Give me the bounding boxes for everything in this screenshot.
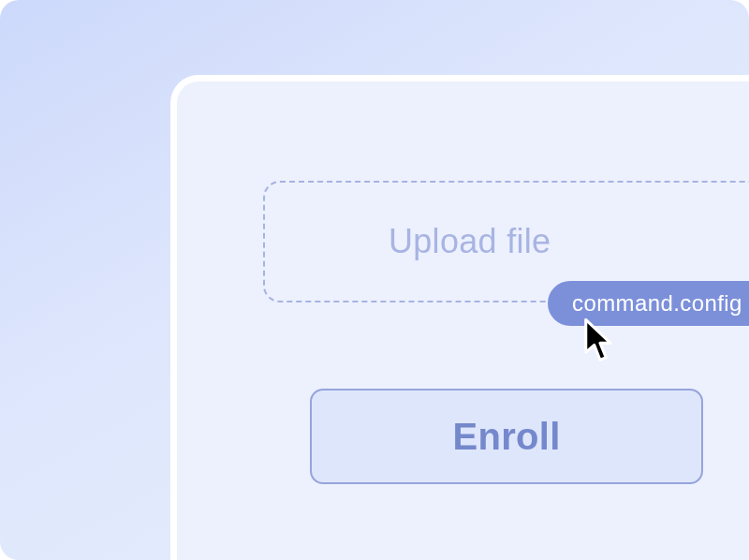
dragged-file-chip[interactable]: command.config <box>548 281 749 326</box>
enroll-button[interactable]: Enroll <box>310 389 703 484</box>
enroll-button-label: Enroll <box>452 416 560 458</box>
upload-file-label: Upload file <box>389 222 551 261</box>
form-panel: Upload file command.config Enroll <box>170 75 749 560</box>
dragged-file-name: command.config <box>572 290 742 317</box>
